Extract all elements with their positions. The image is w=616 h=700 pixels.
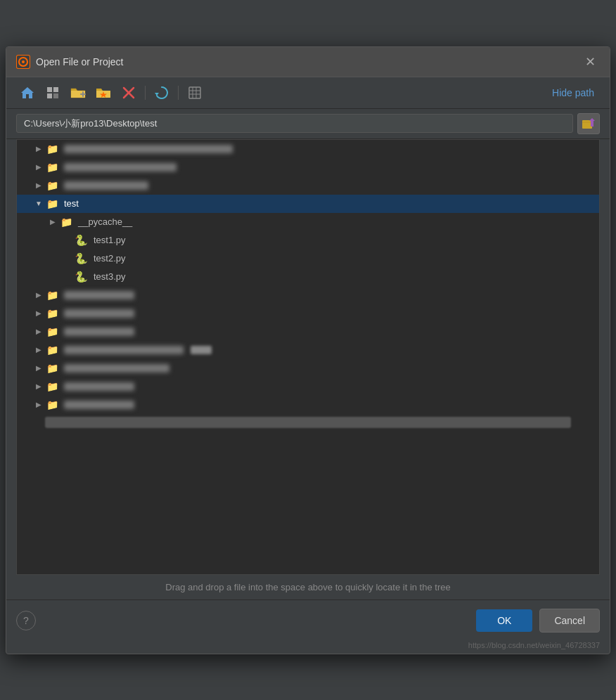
svg-rect-5 <box>53 87 58 92</box>
grid-button[interactable] <box>184 83 206 103</box>
python-file-icon: 🐍 <box>75 271 88 283</box>
open-file-dialog: Open File or Project ✕ <box>6 46 610 654</box>
folder-icon: 📁 <box>46 381 58 392</box>
tree-row[interactable]: ▶ 📁 <box>17 176 599 195</box>
browse-button[interactable] <box>577 113 600 134</box>
arrow-icon: ▶ <box>48 217 58 227</box>
title-bar-left: Open File or Project <box>16 55 124 69</box>
python-file-icon: 🐍 <box>75 252 88 265</box>
tree-row[interactable]: ▶ 📁 <box>17 286 599 304</box>
tree-row-test3[interactable]: ▶ 🐍 test3.py <box>17 268 599 286</box>
tree-row[interactable]: ▶ 📁 <box>17 359 599 377</box>
svg-marker-13 <box>155 93 159 96</box>
tree-row-pycache[interactable]: ▶ 📁 __pycache__ <box>17 213 599 231</box>
blurred-label <box>64 364 169 372</box>
refresh-icon <box>155 86 169 100</box>
star-folder-button[interactable] <box>92 83 115 103</box>
tree-row[interactable]: ▶ 📁 <box>17 323 599 341</box>
tree-row-test[interactable]: ▼ 📁 test <box>17 195 599 213</box>
app-logo <box>16 55 30 69</box>
svg-rect-6 <box>47 93 52 98</box>
tree-row-test2[interactable]: ▶ 🐍 test2.py <box>17 249 599 268</box>
svg-rect-14 <box>189 87 200 98</box>
folder-icon: 📁 <box>46 363 58 374</box>
folder-icon: 📁 <box>46 399 58 410</box>
folder-icon: 📁 <box>46 180 58 191</box>
folder-icon: 📁 <box>46 344 58 356</box>
arrow-icon: ▶ <box>34 345 44 355</box>
title-bar: Open File or Project ✕ <box>6 47 610 77</box>
open-folder-button[interactable] <box>67 83 89 103</box>
recent-icon <box>46 86 60 100</box>
svg-rect-7 <box>53 93 58 98</box>
folder-icon: 📁 <box>46 290 58 301</box>
python-file-icon: 🐍 <box>75 234 88 247</box>
tree-row[interactable]: ▶ 📁 <box>17 396 599 414</box>
blurred-label <box>64 181 148 190</box>
tree-row[interactable]: ▶ 📁 <box>17 158 599 176</box>
tree-row-test1[interactable]: ▶ 🐍 test1.py <box>17 231 599 249</box>
file-tree[interactable]: ▶ 📁 ▶ 📁 ▶ 📁 ▼ 📁 test ▶ 📁 __pycache__ <box>16 139 600 575</box>
toolbar: Hide path <box>6 77 610 109</box>
footer-actions: OK Cancel <box>476 609 600 633</box>
folder-icon: 📁 <box>60 216 72 228</box>
arrow-icon: ▶ <box>34 181 44 190</box>
arrow-icon: ▶ <box>34 144 44 154</box>
hide-path-button[interactable]: Hide path <box>546 84 600 101</box>
folder-icon: 📁 <box>46 308 58 319</box>
delete-button[interactable] <box>117 83 140 103</box>
arrow-expanded-icon: ▼ <box>34 199 44 209</box>
arrow-icon: ▶ <box>34 309 44 318</box>
blurred-label <box>64 328 134 336</box>
folder-label: test <box>64 198 79 209</box>
arrow-icon: ▶ <box>34 327 44 337</box>
blurred-label <box>64 401 134 409</box>
folder-icon <box>70 86 86 100</box>
blurred-label <box>64 163 177 171</box>
delete-icon <box>122 86 136 100</box>
folder-icon: 📁 <box>46 326 58 337</box>
drag-hint: Drag and drop a file into the space abov… <box>6 575 610 599</box>
ok-button[interactable]: OK <box>476 609 532 632</box>
arrow-icon: ▶ <box>34 400 44 410</box>
svg-point-2 <box>22 60 25 63</box>
file-label: test3.py <box>94 271 126 282</box>
folder-icon: 📁 <box>46 143 58 155</box>
folder-icon: 📁 <box>46 198 58 209</box>
dialog-title: Open File or Project <box>36 56 124 67</box>
arrow-icon: ▶ <box>34 290 44 300</box>
star-folder-icon <box>96 86 111 100</box>
tree-row[interactable]: ▶ 📁 <box>17 341 599 359</box>
home-button[interactable] <box>16 83 39 103</box>
arrow-icon: ▶ <box>34 382 44 391</box>
tree-row[interactable]: ▶ 📁 <box>17 140 599 158</box>
blurred-label <box>64 382 134 391</box>
file-label: test2.py <box>94 253 126 264</box>
close-button[interactable]: ✕ <box>581 53 600 71</box>
tree-row[interactable]: ▶ 📁 <box>17 377 599 396</box>
blurred-suffix <box>191 346 212 354</box>
browse-icon <box>582 117 596 130</box>
svg-rect-4 <box>47 87 52 92</box>
footer: ? OK Cancel <box>6 599 610 641</box>
svg-marker-3 <box>21 87 34 98</box>
path-bar <box>6 109 610 139</box>
svg-rect-19 <box>582 120 592 129</box>
horizontal-scrollbar <box>45 417 571 428</box>
blurred-label <box>64 291 134 299</box>
svg-rect-9 <box>82 91 84 97</box>
pycache-label: __pycache__ <box>78 216 132 227</box>
recent-button[interactable] <box>41 83 64 103</box>
cancel-button[interactable]: Cancel <box>539 609 600 633</box>
blurred-label <box>64 346 184 354</box>
tree-row[interactable]: ▶ 📁 <box>17 304 599 323</box>
arrow-icon: ▶ <box>34 162 44 172</box>
path-input[interactable] <box>16 114 573 133</box>
help-button[interactable]: ? <box>16 611 36 630</box>
refresh-button[interactable] <box>150 83 173 103</box>
separator2 <box>178 86 179 100</box>
grid-icon <box>188 86 202 100</box>
blurred-label <box>64 309 134 318</box>
separator <box>145 86 146 100</box>
home-icon <box>20 86 34 100</box>
